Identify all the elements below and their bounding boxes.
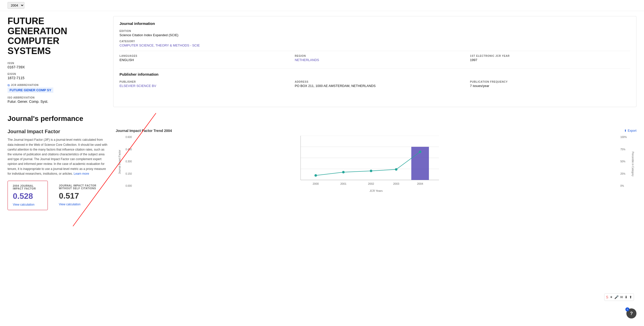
publisher-row: PUBLISHER ELSEVIER SCIENCE BV ADDRESS PO…	[119, 80, 630, 91]
svg-text:2002: 2002	[368, 182, 374, 185]
eissn-value: 1872-7115	[8, 76, 103, 80]
languages-region-row: LANGUAGES ENGLISH REGION NETHERLANDS 1ST…	[119, 55, 630, 65]
dot-2001	[342, 171, 345, 173]
dot-2004	[419, 151, 421, 153]
dot-2000	[314, 174, 317, 177]
chart-panel: Journal Impact Factor Trend 2004 ⬆ Expor…	[116, 129, 636, 210]
publisher-value[interactable]: ELSEVIER SCIENCE BV	[119, 84, 280, 88]
iso-abbr-group: ISO ABBREVIATION Futur. Gener. Comp. Sys…	[8, 96, 103, 104]
performance-title: Journal's performance	[8, 115, 636, 123]
year-select[interactable]: 2004 2003 2002 2001 2000	[8, 2, 24, 9]
y-axis-label: Journal Impact Factor	[118, 154, 121, 174]
jcr-abbr-value: FUTURE GENER COMP SY	[8, 87, 53, 93]
jif-metric-label: 2004 JOURNAL IMPACT FACTOR	[13, 184, 43, 190]
y-tick-labels: 0.600 0.450 0.300 0.150 0.000	[123, 136, 133, 192]
chart-svg-container: 2000 2001 2002 2003 2004 JCR Years	[133, 136, 619, 192]
region-col: REGION NETHERLANDS	[295, 55, 455, 65]
y-axis-container: Journal Impact Factor	[116, 136, 123, 192]
pub-freq-label: PUBLICATION FREQUENCY	[470, 80, 630, 83]
export-icon: ⬆	[624, 129, 627, 132]
chart-title: Journal Impact Factor Trend 2004	[116, 129, 172, 133]
pub-freq-value: 7 issues/year	[470, 84, 630, 88]
dot-2003	[395, 168, 397, 171]
electronic-jcr-label: 1ST ELECTRONIC JCR YEAR	[470, 55, 630, 57]
electronic-jcr-value: 1997	[470, 58, 630, 62]
iso-abbr-value: Futur. Gener. Comp. Syst.	[8, 100, 103, 104]
top-bar: 2004 2003 2002 2001 2000	[0, 0, 644, 11]
jif-no-self-view-calc-link[interactable]: View calculation	[59, 203, 80, 206]
jif-no-self-label: JOURNAL IMPACT FACTOR WITHOUT SELF CITAT…	[59, 184, 103, 190]
pub-freq-col: PUBLICATION FREQUENCY 7 issues/year	[470, 80, 630, 91]
dot-2002	[370, 170, 372, 172]
electronic-jcr-col: 1ST ELECTRONIC JCR YEAR 1997	[470, 55, 630, 65]
jif-description: The Journal Impact Factor (JIF) is a jou…	[8, 137, 108, 176]
issn-group: ISSN 0167-739X	[8, 62, 103, 69]
jif-metric-value: 0.528	[13, 192, 43, 201]
eissn-label: EISSN	[8, 73, 103, 75]
journal-info-title: Journal information	[119, 21, 630, 26]
svg-text:2003: 2003	[393, 182, 399, 185]
journal-title: FUTURE GENERATION COMPUTER SYSTEMS	[8, 16, 103, 56]
address-label: ADDRESS	[295, 80, 455, 83]
jif-panel: Journal Impact Factor The Journal Impact…	[8, 129, 108, 210]
copy-icon: ⧉	[8, 83, 10, 87]
address-col: ADDRESS PO BOX 211, 1000 AE AMSTERDAM, N…	[295, 80, 455, 91]
publisher-info-title: Publisher information	[119, 72, 630, 76]
jif-view-calc-link[interactable]: View calculation	[13, 203, 34, 206]
chart-svg: 2000 2001 2002 2003 2004	[133, 136, 619, 191]
languages-label: LANGUAGES	[119, 55, 280, 57]
right-y-axis-label: Percentile in Category	[631, 152, 634, 176]
category-label: CATEGORY	[119, 40, 630, 43]
region-label: REGION	[295, 55, 455, 57]
jif-metric-box: 2004 JOURNAL IMPACT FACTOR 0.528 View ca…	[8, 181, 48, 210]
jcr-abbr-label: JCR ABBREVIATION	[11, 84, 39, 86]
journal-info-panel: Journal information EDITION Science Cita…	[113, 16, 636, 107]
issn-value: 0167-739X	[8, 65, 103, 69]
export-button[interactable]: ⬆ Export	[624, 129, 636, 132]
edition-label: EDITION	[119, 30, 630, 32]
jif-no-self-value: 0.517	[59, 191, 103, 201]
jif-trend-line	[316, 152, 420, 175]
address-value: PO BOX 211, 1000 AE AMSTERDAM, NETHERLAN…	[295, 84, 455, 88]
right-y-axis-container: Percentile in Category	[629, 136, 636, 192]
category-value[interactable]: COMPUTER SCIENCE, THEORY & METHODS - SCI…	[119, 43, 630, 47]
iso-abbr-label: ISO ABBREVIATION	[8, 96, 103, 99]
publisher-col: PUBLISHER ELSEVIER SCIENCE BV	[119, 80, 280, 91]
issn-label: ISSN	[8, 62, 103, 65]
jif-no-self-box: JOURNAL IMPACT FACTOR WITHOUT SELF CITAT…	[54, 181, 108, 210]
performance-content: Journal Impact Factor The Journal Impact…	[8, 129, 636, 210]
languages-value: ENGLISH	[119, 58, 280, 62]
region-value[interactable]: NETHERLANDS	[295, 58, 455, 62]
svg-text:2000: 2000	[313, 182, 319, 185]
chart-with-axes: Journal Impact Factor 0.600 0.450 0.300 …	[116, 136, 636, 192]
left-section: FUTURE GENERATION COMPUTER SYSTEMS ISSN …	[8, 16, 103, 107]
metrics-row: 2004 JOURNAL IMPACT FACTOR 0.528 View ca…	[8, 181, 108, 210]
publisher-label: PUBLISHER	[119, 80, 280, 83]
jif-title: Journal Impact Factor	[8, 129, 108, 134]
edition-value: Science Citation Index Expanded (SCIE)	[119, 33, 630, 37]
svg-text:2004: 2004	[417, 182, 423, 185]
right-y-labels: 100% 75% 50% 25% 0%	[619, 136, 629, 192]
performance-section: Journal's performance Journal Impact Fac…	[0, 107, 644, 210]
chart-header: Journal Impact Factor Trend 2004 ⬆ Expor…	[116, 129, 636, 133]
learn-more-link[interactable]: Learn more	[74, 172, 89, 175]
jcr-abbr-group: ⧉ JCR ABBREVIATION FUTURE GENER COMP SY	[8, 83, 103, 93]
svg-text:2001: 2001	[340, 182, 346, 185]
languages-col: LANGUAGES ENGLISH	[119, 55, 280, 65]
main-content: FUTURE GENERATION COMPUTER SYSTEMS ISSN …	[0, 11, 644, 107]
eissn-group: EISSN 1872-7115	[8, 73, 103, 80]
